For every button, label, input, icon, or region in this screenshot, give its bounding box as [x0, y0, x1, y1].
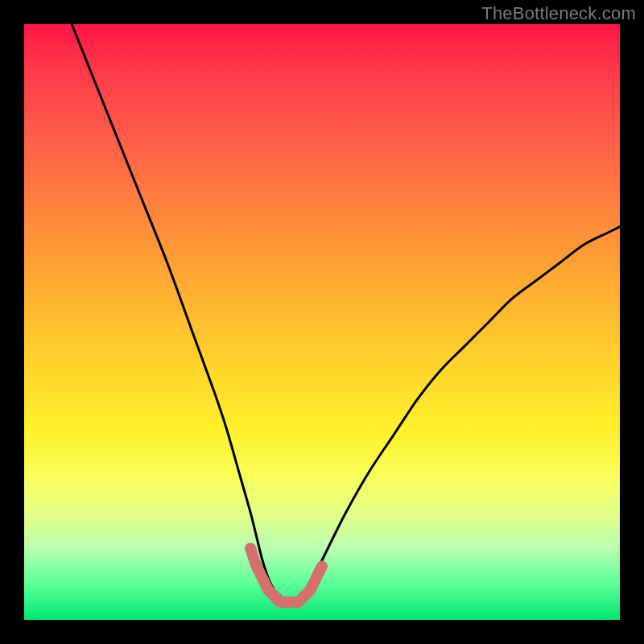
- bottleneck-curve: [72, 24, 620, 602]
- chart-frame: TheBottleneck.com: [0, 0, 644, 644]
- curve-svg: [24, 24, 620, 620]
- plot-area: [24, 24, 620, 620]
- watermark-text: TheBottleneck.com: [481, 3, 636, 24]
